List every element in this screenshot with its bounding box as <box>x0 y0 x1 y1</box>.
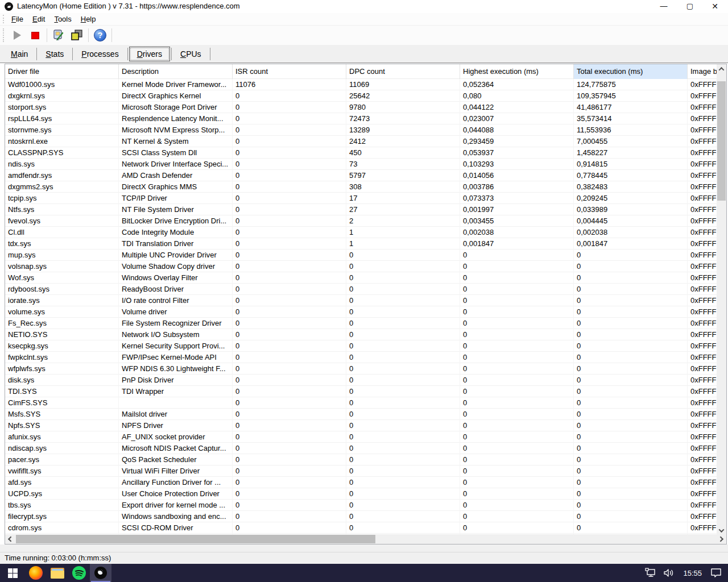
table-row[interactable]: volsnap.sysVolume Shadow Copy driver0000… <box>5 261 717 272</box>
notifications-button[interactable] <box>709 564 723 582</box>
menu-item-edit[interactable]: Edit <box>28 13 49 26</box>
tab-processes[interactable]: Processes <box>74 47 126 61</box>
stop-button[interactable] <box>26 27 44 43</box>
horizontal-scroll-thumb[interactable] <box>16 535 375 543</box>
network-tray-button[interactable] <box>643 564 658 582</box>
table-cell: 0 <box>574 284 688 295</box>
table-row[interactable]: wfplwfs.sysWFP NDIS 6.30 Lightweight F..… <box>5 363 717 375</box>
menu-item-tools[interactable]: Tools <box>49 13 76 26</box>
table-row[interactable]: Npfs.SYSNPFS Driver00000xFFFF <box>5 420 717 431</box>
tab-stats[interactable]: Stats <box>38 47 71 61</box>
table-row[interactable]: CimFS.SYS00000xFFFF <box>5 397 717 409</box>
table-cell: 0 <box>460 522 574 534</box>
table-row[interactable]: afd.sysAncillary Function Driver for ...… <box>5 477 717 488</box>
table-row[interactable]: UCPD.sysUser Choice Protection Driver000… <box>5 488 717 500</box>
tab-main[interactable]: Main <box>3 47 35 61</box>
taskbar-item-file-explorer[interactable] <box>47 564 68 582</box>
table-cell: afunix.sys <box>5 431 119 443</box>
table-row[interactable]: stornvme.sysMicrosoft NVM Express Storp.… <box>5 124 717 136</box>
report-button[interactable] <box>68 27 86 43</box>
table-row[interactable]: vwififlt.sysVirtual WiFi Filter Driver00… <box>5 465 717 477</box>
table-row[interactable]: Msfs.SYSMailslot driver00000xFFFF <box>5 409 717 420</box>
menu-item-file[interactable]: File <box>7 13 28 26</box>
table-row[interactable]: Fs_Rec.sysFile System Recognizer Driver0… <box>5 318 717 329</box>
maximize-button[interactable]: ▢ <box>680 0 700 13</box>
table-row[interactable]: filecrypt.sysWindows sandboxing and enc.… <box>5 511 717 522</box>
table-row[interactable]: fwpkclnt.sysFWP/IPsec Kernel-Mode API000… <box>5 352 717 363</box>
vertical-scroll-thumb[interactable] <box>717 81 726 201</box>
table-row[interactable]: dxgkrnl.sysDirectX Graphics Kernel025642… <box>5 90 717 102</box>
column-header[interactable]: Driver file <box>5 64 119 79</box>
taskbar-item-latencymon[interactable] <box>90 564 111 582</box>
table-cell: 13289 <box>346 124 460 136</box>
column-header[interactable]: Total execution (ms) <box>574 64 688 79</box>
taskbar-item-spotify[interactable] <box>68 564 90 582</box>
table-cell: 0xFFFF <box>688 409 717 420</box>
table-row[interactable]: ndiscap.sysMicrosoft NDIS Packet Captur.… <box>5 443 717 454</box>
table-row[interactable]: Wof.sysWindows Overlay Filter00000xFFFF <box>5 272 717 284</box>
column-header[interactable]: DPC count <box>346 64 460 79</box>
table-row[interactable]: dxgmms2.sysDirectX Graphics MMS03080,003… <box>5 181 717 193</box>
table-row[interactable]: volume.sysVolume driver00000xFFFF <box>5 306 717 318</box>
table-row[interactable]: cdrom.sysSCSI CD-ROM Driver00000xFFFF <box>5 522 717 534</box>
table-row[interactable]: Wdf01000.sysKernel Mode Driver Framewor.… <box>5 79 717 90</box>
table-cell: 0 <box>233 397 346 409</box>
table-row[interactable]: tbs.sysExport driver for kernel mode ...… <box>5 500 717 511</box>
minimize-button[interactable]: — <box>654 0 673 13</box>
table-row[interactable]: Ntfs.sysNT File System Driver0270,001997… <box>5 204 717 215</box>
table-row[interactable]: NETIO.SYSNetwork I/O Subsystem00000xFFFF <box>5 329 717 340</box>
table-row[interactable]: afunix.sysAF_UNIX socket provider00000xF… <box>5 431 717 443</box>
menu-item-help[interactable]: Help <box>76 13 101 26</box>
help-button[interactable]: ? <box>91 27 109 43</box>
column-header[interactable]: Highest execution (ms) <box>460 64 574 79</box>
table-row[interactable]: disk.sysPnP Disk Driver00000xFFFF <box>5 375 717 386</box>
scroll-left-button[interactable] <box>5 534 15 544</box>
table-row[interactable]: TDI.SYSTDI Wrapper00000xFFFF <box>5 386 717 397</box>
horizontal-scrollbar[interactable] <box>5 534 726 544</box>
monitor-tool-icon <box>52 28 65 42</box>
tab-cpus[interactable]: CPUs <box>173 47 209 61</box>
table-row[interactable]: tcpip.sysTCP/IP Driver0170,0733730,20924… <box>5 193 717 204</box>
chevron-up-icon <box>719 67 725 73</box>
table-row[interactable]: Cl.dllCode Integrity Module010,0020380,0… <box>5 227 717 238</box>
table-row[interactable]: rspLLL64.sysResplendence Latency Monit..… <box>5 113 717 124</box>
table-cell: Microsoft NVM Express Storp... <box>119 124 233 136</box>
scroll-up-button[interactable] <box>717 64 726 74</box>
column-header[interactable]: Description <box>119 64 233 79</box>
table-row[interactable]: mup.sysMultiple UNC Provider Driver00000… <box>5 250 717 261</box>
tab-drivers[interactable]: Drivers <box>129 47 170 61</box>
table-cell: 0 <box>233 136 346 147</box>
table-cell: storport.sys <box>5 102 119 113</box>
table-row[interactable]: iorate.sysI/O rate control Filter00000xF… <box>5 295 717 306</box>
table-row[interactable]: CLASSPNP.SYSSCSI Class System Dll04500,0… <box>5 147 717 159</box>
table-cell: 0 <box>460 443 574 454</box>
volume-tray-button[interactable] <box>661 564 676 582</box>
taskbar-clock[interactable]: 15:55 <box>680 569 705 577</box>
column-header[interactable]: ISR count <box>233 64 346 79</box>
table-cell: Resplendence Latency Monit... <box>119 113 233 124</box>
table-cell: 0,004445 <box>574 215 688 227</box>
play-button[interactable] <box>8 27 26 43</box>
taskbar-item-firefox[interactable] <box>25 564 47 582</box>
table-cell: 0 <box>346 477 460 488</box>
table-row[interactable]: ndis.sysNetwork Driver Interface Speci..… <box>5 159 717 170</box>
scroll-right-button[interactable] <box>717 534 726 544</box>
start-button[interactable] <box>0 564 25 582</box>
table-cell: 2412 <box>346 136 460 147</box>
table-row[interactable]: ksecpkg.sysKernel Security Support Provi… <box>5 340 717 352</box>
monitor-tool-button[interactable] <box>49 27 68 43</box>
column-header[interactable]: Image b <box>688 64 719 79</box>
table-row[interactable]: pacer.sysQoS Packet Scheduler00000xFFFF <box>5 454 717 465</box>
table-row[interactable]: amdfendr.sysAMD Crash Defender057970,014… <box>5 170 717 181</box>
close-button[interactable]: ✕ <box>705 0 725 13</box>
table-row[interactable]: fvevol.sysBitLocker Drive Encryption Dri… <box>5 215 717 227</box>
table-row[interactable]: rdyboost.sysReadyBoost Driver00000xFFFF <box>5 284 717 295</box>
toolbar: ? <box>0 26 728 45</box>
table-row[interactable]: storport.sysMicrosoft Storage Port Drive… <box>5 102 717 113</box>
table-cell: 0 <box>346 284 460 295</box>
table-cell: 0,080 <box>460 90 574 102</box>
table-cell: CimFS.SYS <box>5 397 119 409</box>
vertical-scrollbar[interactable] <box>717 64 726 535</box>
table-row[interactable]: tdx.sysTDI Translation Driver010,0018470… <box>5 238 717 250</box>
table-row[interactable]: ntoskrnl.exeNT Kernel & System024120,293… <box>5 136 717 147</box>
